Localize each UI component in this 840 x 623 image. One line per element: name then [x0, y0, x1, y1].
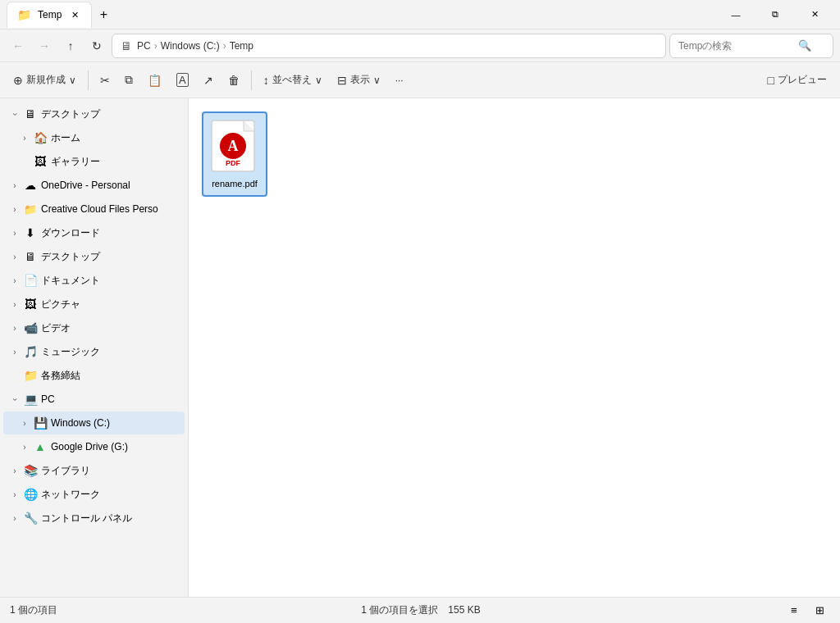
search-bar[interactable]: 🔍 — [669, 34, 833, 58]
sidebar-item-onedrive[interactable]: › ☁ OneDrive - Personal — [3, 174, 185, 197]
sort-label: 並べ替え — [272, 73, 312, 87]
back-button[interactable]: ← — [7, 34, 30, 57]
up-button[interactable]: ↑ — [59, 34, 82, 57]
sidebar-item-pictures[interactable]: › 🖼 ピクチャ — [3, 293, 185, 316]
downloads-label: ダウンロード — [41, 226, 178, 240]
chevron-videos: › — [10, 324, 20, 333]
desktop-root-label: デスクトップ — [41, 107, 178, 121]
rename-button[interactable]: A — [170, 67, 195, 93]
chevron-creative: › — [10, 205, 20, 214]
sort-icon: ↕ — [263, 74, 269, 87]
copy-button[interactable]: ⧉ — [118, 67, 139, 93]
minimize-button[interactable]: — — [717, 2, 755, 28]
refresh-button[interactable]: ↻ — [85, 34, 108, 57]
sidebar-item-misc[interactable]: › 📁 各務締結 — [3, 364, 185, 387]
share-button[interactable]: ↗ — [197, 67, 220, 93]
sidebar-item-downloads[interactable]: › ⬇ ダウンロード — [3, 221, 185, 244]
desktop-root-icon: 🖥 — [23, 107, 38, 121]
file-name-rename-pdf: rename.pdf — [212, 179, 258, 189]
search-icon: 🔍 — [798, 39, 811, 52]
list-view-button[interactable]: ≡ — [784, 601, 804, 621]
cut-icon: ✂ — [100, 74, 110, 87]
chevron-onedrive: › — [10, 181, 20, 190]
paste-button[interactable]: 📋 — [141, 67, 168, 93]
sidebar-item-home[interactable]: › 🏠 ホーム — [3, 126, 185, 149]
chevron-desktop-root: › — [11, 109, 20, 119]
grid-view-button[interactable]: ⊞ — [810, 601, 830, 621]
svg-text:PDF: PDF — [226, 159, 241, 167]
gallery-icon: 🖼 — [33, 155, 48, 168]
sidebar-item-desktop-root[interactable]: › 🖥 デスクトップ — [3, 102, 185, 125]
sidebar-item-network[interactable]: › 🌐 ネットワーク — [3, 483, 185, 506]
music-icon: 🎵 — [23, 345, 38, 358]
grid-view-icon: ⊞ — [815, 604, 824, 616]
desktop2-icon: 🖥 — [23, 250, 38, 263]
main-area: › 🖥 デスクトップ › 🏠 ホーム › 🖼 ギャラリー › ☁ OneDriv… — [0, 98, 840, 597]
videos-label: ビデオ — [41, 321, 178, 335]
current-tab[interactable]: 📁 Temp ✕ — [7, 2, 92, 28]
delete-icon: 🗑 — [228, 74, 240, 87]
documents-icon: 📄 — [23, 274, 38, 287]
chevron-network: › — [10, 490, 20, 499]
misc-label: 各務締結 — [41, 369, 178, 383]
view-button[interactable]: ⊟ 表示 ∨ — [331, 67, 387, 93]
maximize-button[interactable]: ⧉ — [756, 2, 794, 28]
breadcrumb-temp[interactable]: Temp — [230, 40, 253, 52]
sidebar-item-videos[interactable]: › 📹 ビデオ — [3, 316, 185, 339]
item-count: 1 個の項目 — [10, 603, 57, 617]
forward-button[interactable]: → — [33, 34, 56, 57]
sidebar-item-control-panel[interactable]: › 🔧 コントロール パネル — [3, 507, 185, 530]
control-panel-icon: 🔧 — [23, 512, 38, 525]
paste-icon: 📋 — [148, 74, 162, 87]
documents-label: ドキュメント — [41, 274, 178, 288]
pc-icon: 💻 — [23, 393, 38, 406]
downloads-icon: ⬇ — [23, 226, 38, 239]
tab-close-button[interactable]: ✕ — [68, 8, 81, 21]
onedrive-label: OneDrive - Personal — [41, 180, 178, 191]
plus-icon: ⊕ — [13, 74, 23, 87]
control-panel-label: コントロール パネル — [41, 512, 178, 525]
sidebar-item-library[interactable]: › 📚 ライブラリ — [3, 459, 185, 482]
share-icon: ↗ — [203, 74, 213, 87]
gallery-label: ギャラリー — [51, 155, 178, 169]
onedrive-icon: ☁ — [23, 179, 38, 192]
sidebar-item-documents[interactable]: › 📄 ドキュメント — [3, 269, 185, 292]
sidebar-item-music[interactable]: › 🎵 ミュージック — [3, 340, 185, 363]
content-area: A PDF rename.pdf — [189, 98, 840, 597]
preview-icon: □ — [768, 74, 774, 87]
close-button[interactable]: ✕ — [796, 2, 833, 28]
chevron-windows-c: › — [20, 419, 30, 428]
view-icon: ⊟ — [337, 74, 347, 87]
sort-button[interactable]: ↕ 並べ替え ∨ — [257, 67, 329, 93]
preview-button[interactable]: □ プレビュー — [761, 67, 833, 93]
sidebar-item-desktop2[interactable]: › 🖥 デスクトップ — [3, 245, 185, 268]
selected-info: 1 個の項目を選択 155 KB — [361, 603, 480, 617]
breadcrumb-windows-c[interactable]: Windows (C:) — [161, 40, 220, 52]
new-create-chevron: ∨ — [69, 75, 76, 86]
sidebar-item-gallery[interactable]: › 🖼 ギャラリー — [3, 150, 185, 173]
chevron-google-drive: › — [20, 443, 30, 452]
google-drive-icon: ▲ — [33, 440, 48, 453]
new-create-button[interactable]: ⊕ 新規作成 ∨ — [7, 67, 83, 93]
google-drive-label: Google Drive (G:) — [51, 441, 178, 452]
file-item-rename-pdf[interactable]: A PDF rename.pdf — [202, 111, 267, 197]
sidebar-item-creative-cloud[interactable]: › 📁 Creative Cloud Files Perso — [3, 198, 185, 221]
search-input[interactable] — [678, 40, 793, 52]
toolbar-separator-1 — [88, 70, 89, 90]
sidebar-item-google-drive[interactable]: › ▲ Google Drive (G:) — [3, 435, 185, 458]
chevron-pictures: › — [10, 300, 20, 309]
videos-icon: 📹 — [23, 321, 38, 334]
sidebar-item-windows-c[interactable]: › 💾 Windows (C:) — [3, 412, 185, 434]
new-tab-button[interactable]: + — [92, 3, 115, 26]
breadcrumb-pc[interactable]: PC — [137, 40, 151, 52]
cut-button[interactable]: ✂ — [94, 67, 116, 93]
sidebar-item-pc[interactable]: › 💻 PC — [3, 388, 185, 411]
view-chevron: ∨ — [373, 75, 381, 86]
tab-folder-icon: 📁 — [17, 8, 31, 21]
sidebar: › 🖥 デスクトップ › 🏠 ホーム › 🖼 ギャラリー › ☁ OneDriv… — [0, 98, 189, 597]
misc-icon: 📁 — [23, 369, 38, 382]
delete-button[interactable]: 🗑 — [221, 67, 246, 93]
title-bar: 📁 Temp ✕ + — ⧉ ✕ — [0, 0, 840, 30]
address-bar[interactable]: 🖥 PC › Windows (C:) › Temp — [112, 34, 666, 58]
more-button[interactable]: ··· — [389, 67, 410, 93]
